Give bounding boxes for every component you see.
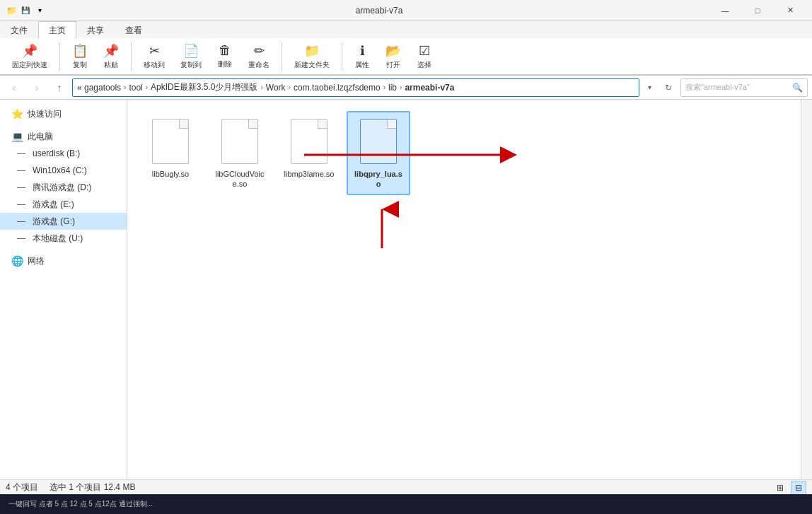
drive-icon-b: — [17, 148, 28, 158]
address-path[interactable]: « gagatools › tool › ApkIDE最新3.5.0少月增强版 … [72, 78, 639, 97]
search-icon: 🔍 [792, 83, 803, 93]
file-icon-libbugly [149, 117, 192, 166]
search-box[interactable]: 搜索"armeabi-v7a" 🔍 [680, 78, 808, 97]
path-armeabi[interactable]: armeabi-v7a [405, 83, 454, 93]
move-button[interactable]: ✂ 移动到 [137, 41, 171, 72]
taskbar-text: 一键回写 点者 5 点 12 点 5 点12点 通过强制... [3, 499, 809, 509]
sidebar-item-gamedisk-g[interactable]: — 游戏盘 (G:) [0, 213, 127, 230]
file-icon-libgcloudvoice [219, 117, 261, 166]
file-item-libmp3lame[interactable]: libmp3lame.so [277, 111, 341, 185]
tab-file[interactable]: 文件 [0, 21, 38, 38]
file-name-libqpry: libqpry_lua.so [352, 169, 405, 189]
down-arrow-icon[interactable]: ▾ [34, 5, 45, 16]
ribbon-sep-1 [59, 42, 60, 71]
select-button[interactable]: ☑ 选择 [410, 41, 439, 72]
tab-view[interactable]: 查看 [115, 21, 153, 38]
file-item-libgcloudvoice[interactable]: libGCloudVoice.so [208, 111, 272, 195]
file-icon-body-libgcloudvoice [221, 119, 258, 164]
copy-icon: 📋 [72, 43, 88, 59]
close-button[interactable]: ✕ [774, 0, 806, 21]
ribbon-sep-3 [282, 42, 282, 71]
tab-home[interactable]: 主页 [38, 21, 76, 39]
sidebar-label-tencent: 腾讯游戏盘 (D:) [33, 182, 91, 194]
title-bar-icons: 📁 💾 ▾ [6, 5, 45, 16]
refresh-button[interactable]: ↻ [659, 78, 678, 97]
address-dropdown-button[interactable]: ▾ [642, 78, 656, 98]
star-icon: ⭐ [11, 108, 23, 119]
sidebar-item-tencent[interactable]: — 腾讯游戏盘 (D:) [0, 179, 127, 196]
status-item-count: 4 个项目 [6, 481, 38, 493]
sidebar-label-gamedisk-g: 游戏盘 (G:) [33, 216, 75, 228]
file-item-libqpry[interactable]: libqpry_lua.so [347, 111, 410, 195]
pin-icon: 📌 [22, 43, 37, 59]
ribbon-content: 📌 固定到快速 📋 复制 📌 粘贴 ✂ 移动到 📄 复制到 🗑 删除 ✏ 重命名 [0, 38, 812, 75]
sidebar-label-quickaccess: 快速访问 [28, 108, 62, 120]
forward-button[interactable]: › [27, 78, 47, 98]
move-icon: ✂ [149, 43, 160, 59]
file-icon-libqpry [357, 117, 400, 166]
file-item-libbugly[interactable]: libBugly.so [139, 111, 202, 185]
open-icon: 📂 [385, 43, 401, 59]
path-apkide[interactable]: ApkIDE最新3.5.0少月增强版 [151, 81, 257, 93]
path-work[interactable]: Work [266, 83, 286, 93]
view-controls: ⊞ ⊟ [772, 481, 806, 495]
select-icon: ☑ [419, 43, 430, 59]
view-icons-button[interactable]: ⊟ [791, 481, 806, 495]
drive-icon-d: — [17, 182, 28, 192]
up-button[interactable]: ↑ [50, 78, 69, 98]
file-name-libmp3lame: libmp3lame.so [284, 169, 335, 179]
paste-icon: 📌 [103, 43, 119, 59]
path-com-taobei[interactable]: com.taobei.lzqzfsdemo [294, 83, 381, 93]
path-gagatools[interactable]: « gagatools [77, 83, 121, 93]
window-title: armeabi-v7a [54, 6, 704, 16]
new-folder-button[interactable]: 📁 新建文件夹 [288, 41, 336, 72]
delete-button[interactable]: 🗑 删除 [211, 41, 239, 71]
copy-button[interactable]: 📋 复制 [66, 41, 94, 72]
pin-to-quickaccess-button[interactable]: 📌 固定到快速 [6, 41, 54, 72]
drive-icon-c: — [17, 165, 28, 175]
ribbon-sep-2 [131, 42, 132, 71]
sidebar-item-quickaccess[interactable]: ⭐ 快速访问 [0, 105, 127, 122]
computer-icon: 💻 [11, 131, 23, 142]
sidebar-item-win10[interactable]: — Win10x64 (C:) [0, 162, 127, 179]
address-bar: ‹ › ↑ « gagatools › tool › ApkIDE最新3.5.0… [0, 76, 812, 100]
file-icon-body-libmp3lame [291, 119, 327, 164]
path-tool[interactable]: tool [129, 83, 142, 93]
minimize-button[interactable]: — [709, 0, 741, 21]
drive-icon-e: — [17, 199, 28, 209]
view-details-button[interactable]: ⊞ [772, 481, 788, 495]
delete-icon: 🗑 [219, 43, 231, 58]
paste-button[interactable]: 📌 粘贴 [97, 41, 125, 72]
sidebar-label-userdisk: userdisk (B:) [33, 148, 80, 158]
sidebar: ⭐ 快速访问 💻 此电脑 — userdisk (B:) — Win10x64 … [0, 100, 127, 479]
title-bar: 📁 💾 ▾ armeabi-v7a — □ ✕ [0, 0, 812, 21]
sidebar-item-thispc[interactable]: 💻 此电脑 [0, 128, 127, 145]
sidebar-quickaccess: ⭐ 快速访问 [0, 103, 127, 125]
back-button[interactable]: ‹ [4, 78, 24, 98]
open-button[interactable]: 📂 打开 [379, 41, 407, 72]
scrollbar-right[interactable] [801, 100, 812, 479]
file-name-libbugly: libBugly.so [152, 169, 189, 179]
path-lib[interactable]: lib [388, 83, 397, 93]
ribbon-tabs: 文件 主页 共享 查看 [0, 21, 812, 38]
status-bar: 4 个项目 选中 1 个项目 12.4 MB ⊞ ⊟ [0, 479, 812, 495]
copy-to-icon: 📄 [183, 43, 199, 59]
rename-button[interactable]: ✏ 重命名 [242, 41, 276, 72]
file-icon-body-libqpry [360, 119, 397, 164]
sidebar-item-gamedisk-e[interactable]: — 游戏盘 (E:) [0, 196, 127, 213]
copy-to-button[interactable]: 📄 复制到 [174, 41, 208, 72]
status-selected: 选中 1 个项目 12.4 MB [50, 481, 135, 493]
rename-icon: ✏ [254, 43, 265, 59]
tab-share[interactable]: 共享 [76, 21, 115, 38]
sidebar-thispc: 💻 此电脑 — userdisk (B:) — Win10x64 (C:) — … [0, 125, 127, 250]
ribbon: 文件 主页 共享 查看 📌 固定到快速 📋 复制 📌 粘贴 ✂ 移动到 📄 复制… [0, 21, 812, 76]
sidebar-item-network[interactable]: 🌐 网络 [0, 252, 127, 269]
properties-button[interactable]: ℹ 属性 [348, 41, 376, 72]
folder-icon: 📁 [6, 5, 17, 16]
taskbar: 一键回写 点者 5 点 12 点 5 点12点 通过强制... [0, 494, 812, 514]
sidebar-network: 🌐 网络 [0, 250, 127, 272]
sidebar-item-userdisk[interactable]: — userdisk (B:) [0, 145, 127, 162]
maximize-button[interactable]: □ [741, 0, 774, 21]
save-icon: 💾 [20, 5, 31, 16]
sidebar-item-local-u[interactable]: — 本地磁盘 (U:) [0, 230, 127, 247]
